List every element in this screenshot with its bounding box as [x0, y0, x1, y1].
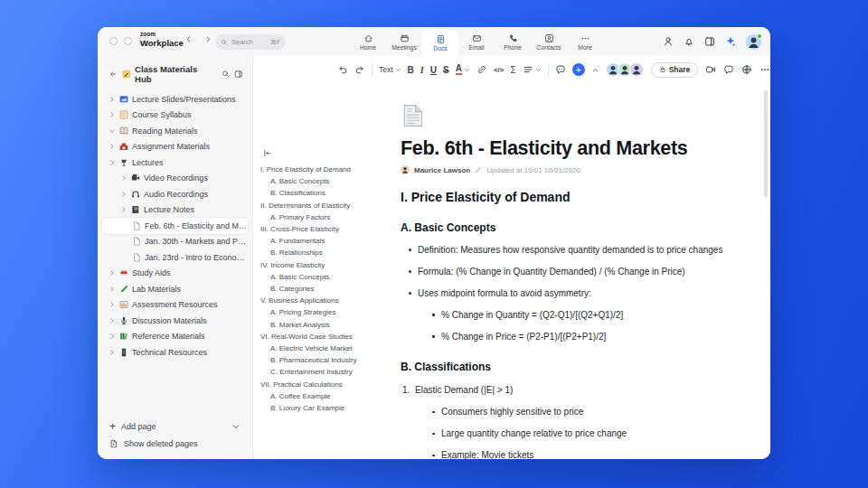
page-item[interactable]: Jan. 23rd - Intro to Econo…	[102, 249, 248, 266]
italic-button[interactable]: I	[420, 65, 424, 75]
insert-plus-button[interactable]: +	[572, 63, 585, 76]
outline-item[interactable]: B. Relationships	[260, 247, 398, 258]
more-options-button[interactable]	[760, 64, 770, 75]
chevron-down-icon[interactable]	[231, 422, 241, 431]
underline-button[interactable]: U	[430, 65, 437, 75]
doc-bullet-item[interactable]: Consumers highly sensitive to price	[401, 407, 762, 418]
tab-meetings[interactable]: Meetings	[386, 27, 422, 56]
list-dropdown[interactable]	[523, 64, 542, 75]
chevron-right-icon[interactable]	[120, 174, 127, 182]
outline-item[interactable]: A. Primary Factors	[260, 211, 398, 223]
chevron-right-icon[interactable]	[108, 96, 116, 103]
folder-item[interactable]: Reading Materials	[102, 123, 248, 139]
close-button[interactable]	[109, 37, 118, 45]
outline-item[interactable]: VII. Practical Calculations	[260, 379, 398, 390]
chevron-down-icon[interactable]	[108, 127, 116, 135]
outline-item[interactable]: III. Cross-Price Elasticity	[260, 223, 398, 235]
folder-item[interactable]: Video Recordings	[102, 171, 248, 187]
chevron-right-icon[interactable]	[120, 191, 127, 198]
page-item[interactable]: Feb. 6th - Elasticity and M…	[102, 218, 248, 234]
collaborator-avatars[interactable]	[606, 62, 644, 77]
panel-icon[interactable]	[704, 36, 715, 47]
outline-item[interactable]: A. Basic Concepts	[260, 175, 398, 187]
strikethrough-button[interactable]: S	[443, 65, 449, 75]
doc-numbered-item[interactable]: 1.Elastic Demand (|E| > 1)	[401, 385, 762, 397]
chevron-right-icon[interactable]	[108, 269, 116, 277]
folder-item[interactable]: Lectures	[102, 155, 248, 171]
outline-item[interactable]: V. Business Applications	[260, 295, 398, 306]
link-button[interactable]	[476, 64, 487, 75]
chevron-right-icon[interactable]	[108, 286, 116, 293]
video-button[interactable]	[705, 64, 716, 75]
sidebar-collapse-icon[interactable]	[234, 70, 243, 79]
scrollbar[interactable]	[764, 90, 768, 197]
chevron-right-icon[interactable]	[108, 111, 116, 118]
nav-forward-button[interactable]	[204, 35, 212, 43]
comment-button[interactable]	[555, 64, 566, 75]
folder-item[interactable]: Lecture Slides/Presentations	[102, 91, 248, 108]
outline-item[interactable]: I. Price Elasticity of Demand	[260, 164, 398, 175]
font-color-dropdown[interactable]: A	[456, 64, 470, 75]
tab-home[interactable]: Home	[350, 27, 386, 56]
outline-item[interactable]: B. Classifications	[260, 187, 398, 199]
undo-button[interactable]	[337, 64, 348, 75]
collaborator-avatar[interactable]	[629, 62, 644, 77]
chevron-right-icon[interactable]	[108, 159, 116, 166]
collapse-toolbar-icon[interactable]	[591, 66, 599, 74]
minimize-button[interactable]	[124, 37, 132, 45]
user-avatar[interactable]	[746, 34, 761, 50]
outline-item[interactable]: A. Pricing Strategies	[260, 306, 398, 318]
code-button[interactable]: </>	[494, 66, 505, 74]
outline-item[interactable]: A. Electric Vehicle Market	[260, 343, 398, 354]
outline-item[interactable]: A. Coffee Example	[260, 390, 398, 402]
chevron-right-icon[interactable]	[120, 206, 127, 213]
outline-item[interactable]: C. Entertainment Industry	[260, 366, 398, 378]
outline-item[interactable]: B. Luxury Car Example	[260, 402, 398, 414]
outline-item[interactable]: B. Market Analysis	[260, 319, 398, 331]
folder-item[interactable]: Technical Resources	[102, 344, 248, 361]
folder-item[interactable]: Study Aids	[102, 266, 248, 282]
profile-icon[interactable]	[663, 36, 674, 47]
doc-bullet-item[interactable]: % Change in Price = (P2-P1)/[(P2+P1)/2]	[401, 332, 762, 343]
global-search[interactable]: Search ⌘F	[215, 34, 286, 50]
outline-item[interactable]: IV. Income Elasticity	[260, 259, 398, 271]
share-button[interactable]: Share	[651, 62, 699, 78]
text-style-dropdown[interactable]: Text	[379, 65, 401, 74]
tab-phone[interactable]: Phone	[495, 27, 531, 56]
back-arrow-icon[interactable]	[108, 70, 118, 79]
folder-item[interactable]: Assignment Materials	[102, 139, 248, 155]
page-item[interactable]: Jan. 30th - Markets and P…	[102, 234, 248, 250]
outline-item[interactable]: II. Determinants of Elasticity	[260, 200, 398, 211]
tab-more[interactable]: More	[567, 27, 603, 56]
chevron-right-icon[interactable]	[108, 301, 116, 308]
doc-bullet-item[interactable]: Formula: (% Change in Quantity Demanded)…	[401, 267, 762, 278]
document[interactable]: Feb. 6th - Elasticity and Markets Mauric…	[401, 101, 762, 459]
folder-item[interactable]: Lecture Notes	[102, 202, 248, 219]
formula-button[interactable]: Σ	[510, 65, 515, 75]
tab-contacts[interactable]: Contacts	[531, 27, 567, 56]
doc-subheading[interactable]: A. Basic Concepts	[401, 221, 762, 234]
ai-sparkle-icon[interactable]	[725, 36, 736, 47]
bell-icon[interactable]	[684, 36, 694, 47]
chevron-right-icon[interactable]	[108, 349, 116, 356]
doc-bullet-item[interactable]: Uses midpoint formula to avoid asymmetry…	[401, 288, 762, 300]
doc-subheading[interactable]: B. Classifications	[401, 361, 762, 373]
document-page-icon[interactable]	[401, 101, 426, 130]
doc-bullet-item[interactable]: Definition: Measures how responsive quan…	[401, 245, 762, 257]
outline-item[interactable]: A. Basic Concepts	[260, 271, 398, 283]
doc-bullet-item[interactable]: Large quantity change relative to price …	[401, 428, 762, 440]
folder-item[interactable]: Lab Materials	[102, 281, 248, 297]
chat-button[interactable]	[723, 64, 734, 75]
folder-item[interactable]: Reference Materials	[102, 329, 248, 345]
doc-heading[interactable]: I. Price Elasticity of Demand	[401, 190, 762, 204]
outline-item[interactable]: VI. Real-World Case Studies	[260, 331, 398, 343]
bold-button[interactable]: B	[408, 65, 414, 75]
outline-item[interactable]: B. Pharmaceutical Industry	[260, 354, 398, 366]
chevron-right-icon[interactable]	[108, 317, 116, 324]
nav-back-button[interactable]	[184, 35, 193, 43]
outline-item[interactable]: B. Categories	[260, 283, 398, 295]
document-title[interactable]: Feb. 6th - Elasticity and Markets	[401, 137, 762, 160]
redo-button[interactable]	[354, 64, 365, 75]
outline-item[interactable]: A. Fundamentals	[260, 235, 398, 247]
globe-button[interactable]	[741, 64, 752, 75]
